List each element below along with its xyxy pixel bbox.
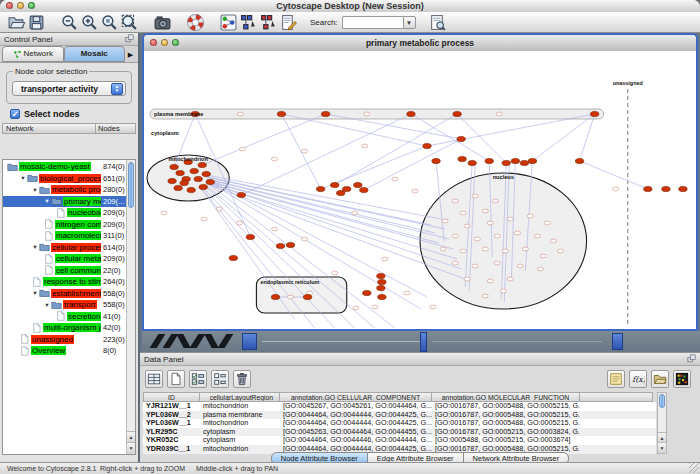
table-cell: plasma membrane: [200, 411, 280, 420]
expander-icon[interactable]: ▼: [19, 175, 27, 181]
table-row[interactable]: YJR121W__1mitochondrion[GO:0045267, GO:0…: [143, 402, 656, 411]
table-scrollbar[interactable]: ▲ ▼: [657, 392, 667, 454]
tree-scrollbar[interactable]: ▲ ▼: [126, 160, 135, 454]
tree-row-cellular-metabo[interactable]: cellular metabo209(0): [3, 253, 126, 265]
column-header[interactable]: annotation.GO CELLULAR_COMPONENT: [280, 392, 432, 402]
table-row[interactable]: YPL036W__1mitochondrion[GO:0044464, GO:0…: [143, 419, 656, 428]
svg-text:nucleus: nucleus: [493, 175, 514, 181]
table-row[interactable]: YKR052Ccytoplasm[GO:0044464, GO:0044446,…: [143, 436, 656, 445]
tree-row-secretion[interactable]: secretion41(0): [3, 311, 126, 323]
tree-row-multi-organism-pro[interactable]: multi-organism pro42(0): [3, 322, 126, 334]
select-nodes-label: Select nodes: [24, 109, 80, 119]
annotation-icon[interactable]: [280, 14, 297, 31]
gene-node: [330, 182, 338, 187]
tab-network[interactable]: Network: [2, 46, 64, 62]
float-panel-icon[interactable]: [687, 354, 696, 365]
save-session-icon[interactable]: [28, 14, 45, 31]
zoom-button[interactable]: [28, 2, 35, 9]
vizmapper-icon[interactable]: [220, 14, 237, 31]
tree-row-cell-communicat[interactable]: cell communicat22(0): [3, 265, 126, 277]
float-panel-icon[interactable]: [125, 34, 134, 45]
tree-row-mosaic-demo-yeast[interactable]: mosaic-demo-yeast874(0): [3, 161, 126, 173]
gene-node: [286, 242, 294, 247]
import-attributes-icon[interactable]: [651, 370, 669, 388]
tree-row-transport[interactable]: ▼transport558(0): [3, 299, 126, 311]
scroll-down-icon[interactable]: ▼: [127, 442, 135, 454]
new-attribute-icon[interactable]: [167, 370, 185, 388]
network-view-window[interactable]: primary metabolic process plasma membran…: [142, 33, 698, 331]
tree-row-biological-process[interactable]: ▼biological_process651(0): [3, 173, 126, 185]
document-icon: [43, 254, 54, 264]
expander-icon[interactable]: ▼: [31, 290, 39, 296]
table-cell: cytoplasm: [200, 428, 280, 437]
tree-row-cellular-process[interactable]: ▼cellular process614(0): [3, 242, 126, 254]
tree-row-metabolic-process[interactable]: ▼metabolic process280(0): [3, 184, 126, 196]
layout-blue-icon[interactable]: [240, 14, 257, 31]
tree-row-response-to-stimulu[interactable]: response to stimulu264(0): [3, 276, 126, 288]
zoom-selected-icon[interactable]: [101, 14, 118, 31]
expander-icon[interactable]: ▼: [31, 244, 39, 250]
expander-icon[interactable]: ▼: [43, 198, 51, 204]
network-window-titlebar[interactable]: primary metabolic process: [144, 35, 696, 52]
gene-node: [180, 180, 188, 185]
table-scrollbar-thumb[interactable]: [659, 394, 665, 408]
table-row[interactable]: YPL036W__2plasma membrane[GO:0044464, GO…: [143, 411, 656, 420]
help-icon[interactable]: [187, 14, 204, 31]
resize-grip[interactable]: [689, 463, 699, 473]
gene-node: [276, 243, 284, 248]
zoom-in-icon[interactable]: [81, 14, 98, 31]
snapshot-icon[interactable]: [154, 14, 171, 31]
search-filter-icon[interactable]: [429, 14, 446, 31]
layout-red-icon[interactable]: [260, 14, 277, 31]
zoom-out-icon[interactable]: [61, 14, 78, 31]
gene-node: [432, 158, 440, 163]
tree-item-label: cell communicat: [55, 266, 101, 275]
tree-row-unassigned[interactable]: unassigned223(0): [3, 334, 126, 346]
expander-icon[interactable]: ▼: [43, 302, 51, 308]
table-cell: YLR295C: [143, 428, 200, 437]
minimize-button[interactable]: [161, 39, 168, 46]
data-panel-header: Data Panel: [140, 353, 700, 366]
tree-row-primary-metabo[interactable]: ▼primary metabo209(...: [3, 196, 126, 208]
tree-item-node-count: 209(0): [103, 254, 125, 263]
tree-row-macromolecule[interactable]: macromolecule311(0): [3, 230, 126, 242]
tree-item-label: metabolic process: [51, 185, 101, 194]
attribute-table[interactable]: ID_cellularLayoutRegionannotation.GO CEL…: [143, 392, 656, 454]
close-button[interactable]: [6, 2, 13, 9]
column-header[interactable]: annotation.GO MOLECULAR_FUNCTION: [432, 392, 580, 402]
zoom-fit-icon[interactable]: [121, 14, 138, 31]
gene-node: [590, 111, 598, 116]
expander-icon[interactable]: ▼: [31, 187, 39, 193]
notes-icon[interactable]: [607, 370, 625, 388]
tab-overflow-icon[interactable]: ▶: [125, 48, 136, 62]
tree-row-overview[interactable]: Overview8(0): [3, 345, 126, 357]
open-session-icon[interactable]: [8, 14, 25, 31]
tab-mosaic[interactable]: Mosaic: [64, 46, 126, 62]
node-color-select[interactable]: transporter activity ▲▼: [12, 81, 126, 96]
gene-node: [377, 285, 385, 290]
tree-row-nitrogen-compo[interactable]: nitrogen compo209(0): [3, 219, 126, 231]
background-glyph: [204, 334, 218, 348]
gene-node: [168, 178, 176, 183]
unselect-attributes-icon[interactable]: [211, 370, 229, 388]
select-nodes-checkbox[interactable]: ✓: [10, 109, 20, 119]
zoom-button[interactable]: [172, 39, 179, 46]
tree-row-nucleobase-[interactable]: nucleobase-209(0): [3, 207, 126, 219]
select-attributes-icon[interactable]: [189, 370, 207, 388]
column-header[interactable]: _cellularLayoutRegion: [200, 392, 280, 402]
tree-scrollbar-thumb[interactable]: [128, 162, 134, 208]
search-input[interactable]: [342, 16, 403, 29]
tree-row-establishment-of-lo[interactable]: ▼establishment of lo558(0): [3, 288, 126, 300]
table-row[interactable]: YLR295Ccytoplasm[GO:0045263, GO:0044464,…: [143, 428, 656, 437]
heatmap-icon[interactable]: [673, 370, 691, 388]
gene-node: [502, 160, 510, 165]
column-header[interactable]: ID: [143, 392, 200, 402]
gene-node: [423, 143, 431, 148]
function-builder-icon[interactable]: f(x): [629, 370, 647, 388]
search-dropdown-arrow-icon[interactable]: ▼: [403, 16, 416, 29]
delete-attribute-icon[interactable]: [233, 370, 251, 388]
attribute-table-icon[interactable]: [145, 370, 163, 388]
minimize-button[interactable]: [17, 2, 24, 9]
close-button[interactable]: [150, 39, 157, 46]
network-canvas[interactable]: plasma membranecytoplasmmitochondrionnuc…: [144, 51, 696, 329]
